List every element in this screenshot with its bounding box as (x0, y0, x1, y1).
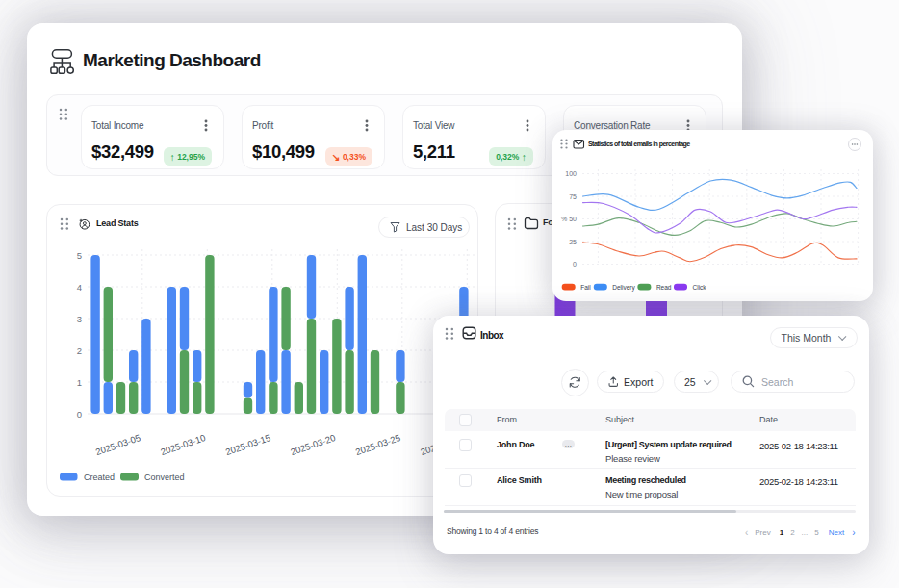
svg-text:2025-03-20: 2025-03-20 (289, 432, 337, 457)
svg-text:2025-03-25: 2025-03-25 (354, 432, 402, 457)
svg-text:2025-03-15: 2025-03-15 (224, 432, 272, 457)
svg-text:Statistics of total emails in: Statistics of total emails in percentage (588, 141, 690, 148)
svg-text:Read: Read (656, 284, 672, 291)
svg-text:Converted: Converted (144, 473, 185, 482)
svg-text:1: 1 (77, 377, 82, 388)
svg-text:Fail: Fail (580, 284, 591, 291)
svg-text:100: 100 (565, 170, 577, 177)
svg-text:Delivery: Delivery (612, 284, 635, 292)
svg-text:2025-03-05: 2025-03-05 (94, 432, 142, 457)
svg-text:0: 0 (573, 261, 577, 268)
svg-text:0: 0 (77, 409, 82, 420)
svg-text:25: 25 (569, 239, 577, 245)
svg-text:3: 3 (77, 314, 82, 324)
svg-text:2025-03-10: 2025-03-10 (159, 432, 207, 457)
svg-text:Click: Click (693, 284, 707, 291)
svg-text:%: % (561, 216, 567, 222)
svg-text:5: 5 (77, 250, 82, 261)
svg-text:4: 4 (77, 282, 82, 293)
svg-text:Created: Created (84, 473, 115, 482)
svg-text:75: 75 (569, 193, 577, 200)
svg-text:2: 2 (77, 345, 82, 356)
svg-text:50: 50 (569, 216, 577, 222)
